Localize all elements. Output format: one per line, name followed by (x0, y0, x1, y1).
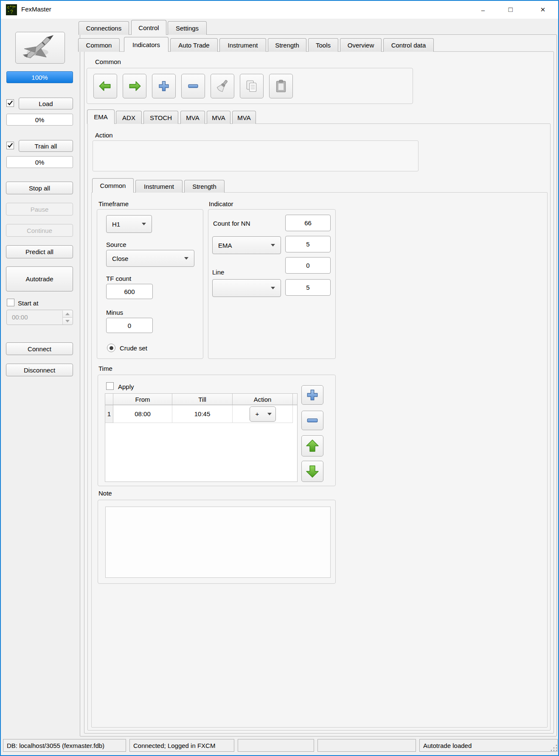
check-icon (7, 143, 13, 148)
indicator-param2-input[interactable]: 0 (285, 257, 331, 274)
radio-dot-icon (110, 346, 113, 350)
source-select[interactable]: Close (106, 250, 194, 267)
table-header-from[interactable]: From (113, 394, 172, 405)
tab-connections[interactable]: Connections (79, 21, 129, 35)
tab-auto-trade[interactable]: Auto Trade (170, 38, 218, 52)
autotrade-label: Autotrade (25, 275, 53, 283)
count-for-nn-input[interactable]: 66 (285, 215, 331, 231)
subtab-strength-label: Strength (192, 183, 216, 190)
indicator-tab-adx-label: ADX (122, 114, 135, 121)
resize-grip-icon[interactable] (550, 744, 557, 751)
crude-set-radio[interactable] (107, 344, 115, 352)
chevron-down-icon (142, 223, 146, 225)
line-label: Line (212, 269, 224, 276)
timeframe-select[interactable]: H1 (106, 215, 152, 233)
close-button[interactable]: ✕ (533, 1, 553, 19)
start-at-checkbox[interactable] (7, 299, 14, 306)
arrow-down-icon (305, 464, 320, 479)
indicator-tab-mva-3[interactable]: MVA (232, 111, 256, 124)
subtab-strength[interactable]: Strength (184, 180, 225, 193)
stop-all-button[interactable]: Stop all (6, 182, 73, 194)
continue-button: Continue (6, 224, 73, 237)
time-move-up-button[interactable] (301, 435, 323, 456)
action-group-label: Action (95, 132, 113, 139)
brush-icon (215, 79, 230, 93)
line-select[interactable] (212, 279, 281, 297)
table-cell-till[interactable]: 10:45 (172, 405, 233, 423)
status-db-text: DB: localhost/3055 (fexmaster.fdb) (7, 742, 104, 749)
tf-count-input[interactable]: 600 (106, 284, 153, 299)
maximize-button[interactable]: □ (501, 1, 520, 19)
subtab-instrument[interactable]: Instrument (135, 180, 183, 193)
clear-button[interactable] (211, 74, 234, 98)
table-header-till-label: Till (198, 396, 206, 403)
time-add-row-button[interactable] (301, 385, 323, 405)
minimize-button[interactable]: – (473, 1, 493, 19)
apply-checkbox[interactable] (106, 382, 114, 390)
action-textarea[interactable] (93, 140, 419, 171)
paste-button[interactable] (269, 74, 293, 98)
indicator-param3-input[interactable]: 5 (285, 279, 331, 296)
indicator-tab-mva-1[interactable]: MVA (180, 111, 205, 124)
spin-down-button[interactable] (62, 318, 72, 325)
continue-label: Continue (27, 227, 52, 234)
indicator-tab-stoch-label: STOCH (150, 114, 172, 121)
time-move-down-button[interactable] (301, 461, 323, 482)
indicator-param1-input[interactable]: 5 (285, 236, 331, 252)
nav-next-button[interactable] (123, 74, 146, 98)
row-action-select[interactable]: + (250, 406, 276, 422)
table-header-from-label: From (135, 396, 150, 403)
time-group-label: Time (98, 365, 112, 372)
train-progress-value: 0% (35, 159, 45, 166)
spin-up-button[interactable] (62, 311, 72, 318)
note-textarea[interactable] (105, 507, 331, 578)
table-cell-from[interactable]: 08:00 (113, 405, 172, 423)
tab-overview[interactable]: Overview (340, 38, 382, 52)
tab-tools[interactable]: Tools (308, 38, 338, 52)
copy-button[interactable] (240, 74, 264, 98)
add-indicator-button[interactable] (152, 74, 176, 98)
count-for-nn-value: 66 (304, 219, 312, 227)
connect-button[interactable]: Connect (6, 342, 73, 355)
tab-settings[interactable]: Settings (168, 21, 207, 35)
close-icon: ✕ (540, 6, 546, 14)
remove-indicator-button[interactable] (181, 74, 205, 98)
subtab-common[interactable]: Common (92, 178, 134, 193)
table-header-till[interactable]: Till (172, 394, 233, 405)
indicator-tab-adx[interactable]: ADX (116, 111, 142, 124)
indicator-tab-stoch[interactable]: STOCH (143, 111, 178, 124)
train-all-button[interactable]: Train all (19, 140, 73, 152)
indicator-type-select[interactable]: EMA (212, 236, 281, 254)
minus-input[interactable]: 0 (106, 318, 153, 333)
status-panel-4 (317, 739, 416, 752)
indicator-tab-mva-2[interactable]: MVA (207, 111, 230, 124)
minus-label: Minus (106, 309, 123, 316)
nav-prev-button[interactable] (93, 74, 117, 98)
title-bar: c*? ? FexMaster – □ ✕ (1, 1, 558, 19)
tab-instrument[interactable]: Instrument (219, 38, 266, 52)
time-remove-row-button[interactable] (301, 411, 323, 430)
disconnect-button[interactable]: Disconnect (6, 364, 73, 376)
indicator-tab-ema[interactable]: EMA (87, 109, 115, 124)
chevron-down-icon (271, 287, 275, 289)
status-connection-text: Connected; Logged in FXCM (133, 742, 215, 749)
row-number-cell[interactable]: 1 (105, 405, 113, 423)
tab-indicators[interactable]: Indicators (124, 37, 169, 52)
arrow-left-icon (98, 79, 112, 93)
tab-common[interactable]: Common (78, 38, 120, 52)
table-header-action[interactable]: Action (233, 394, 293, 405)
from-value: 08:00 (135, 410, 151, 417)
load-button[interactable]: Load (19, 98, 73, 109)
predict-all-button[interactable]: Predict all (6, 245, 73, 258)
tab-control[interactable]: Control (131, 20, 166, 35)
tab-control-data[interactable]: Control data (383, 38, 434, 52)
indicator-tab-ema-label: EMA (94, 113, 108, 120)
jet-logo-button[interactable] (15, 32, 65, 64)
autotrade-button[interactable]: Autotrade (6, 266, 73, 291)
check-icon (7, 100, 13, 106)
train-checkbox[interactable] (6, 142, 14, 149)
tab-strength[interactable]: Strength (268, 38, 306, 52)
load-checkbox[interactable] (6, 99, 14, 107)
tab-settings-label: Settings (176, 25, 199, 32)
pause-button: Pause (6, 203, 73, 216)
